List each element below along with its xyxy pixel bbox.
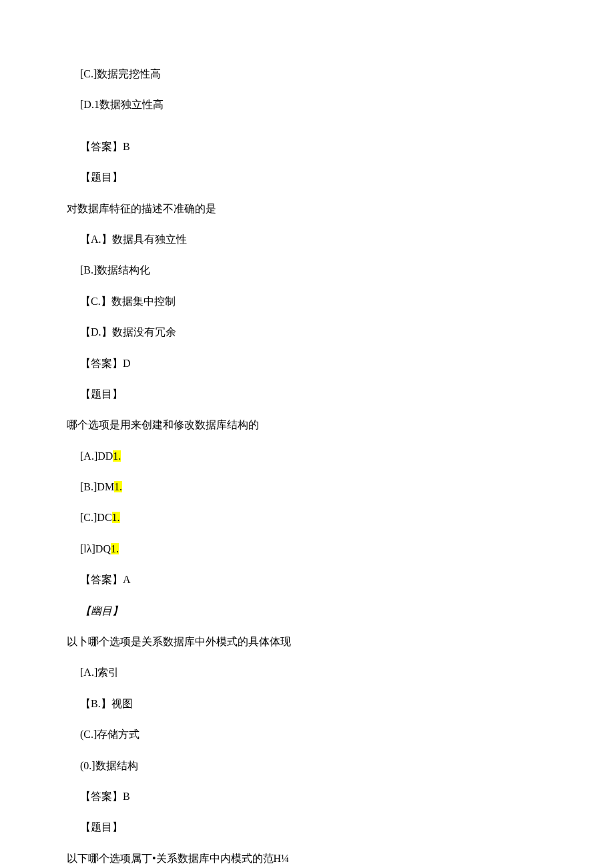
text-line: 【B.】视图	[67, 697, 547, 711]
text-segment: [lλ]DQ	[80, 543, 111, 554]
document-page: [C.]数据完挖性高[D.1数据独立性高【答案】B【题目】对数据库特征的描述不准…	[0, 0, 614, 868]
text-line: 【答案】D	[67, 356, 547, 371]
text-segment: [A.]DD	[80, 450, 113, 462]
text-line: 【C.】数据集中控制	[67, 294, 547, 309]
text-line: [B.]DM1.	[67, 480, 547, 494]
text-line: (C.]存储方式	[67, 727, 547, 742]
text-line: [lλ]DQ1.	[67, 542, 547, 556]
text-segment: [C.]DC	[80, 512, 112, 523]
highlighted-text: 1.	[114, 481, 122, 492]
text-line: [B.]数据结构化	[67, 263, 547, 278]
text-line: (0.]数据结构	[67, 759, 547, 773]
text-line: 【A.】数据具有独立性	[67, 232, 547, 247]
text-line: [C.]数据完挖性高	[67, 67, 547, 81]
text-line: 对数据库特征的描述不准确的是	[67, 201, 547, 216]
text-line: 以卜哪个选项是关系数据库中外模式的具体体现	[67, 634, 547, 649]
text-line: 【幽目】	[67, 604, 547, 618]
highlighted-text: 1.	[111, 543, 119, 554]
text-line: 【题目】	[67, 387, 547, 402]
text-line: [A.]索引	[67, 665, 547, 680]
text-line: 【答案】B	[67, 789, 547, 804]
text-line: 【题目】	[67, 820, 547, 835]
text-line: [A.]DD1.	[67, 449, 547, 464]
text-line: 【D.】数据没有冗余	[67, 325, 547, 340]
highlighted-text: 1.	[112, 512, 120, 523]
highlighted-text: 1.	[113, 450, 121, 462]
text-line: 哪个选项是用来创建和修改数据库结构的	[67, 418, 547, 432]
text-line: 【题目】	[67, 170, 547, 185]
text-line: 【答案】B	[67, 139, 547, 154]
text-line: 【答案】A	[67, 572, 547, 587]
text-line: [C.]DC1.	[67, 510, 547, 525]
text-line: 以下哪个选项属丁•关系数据库中内模式的范H¼	[67, 851, 547, 866]
text-segment: [B.]DM	[80, 481, 114, 492]
text-line: [D.1数据独立性高	[67, 97, 547, 112]
